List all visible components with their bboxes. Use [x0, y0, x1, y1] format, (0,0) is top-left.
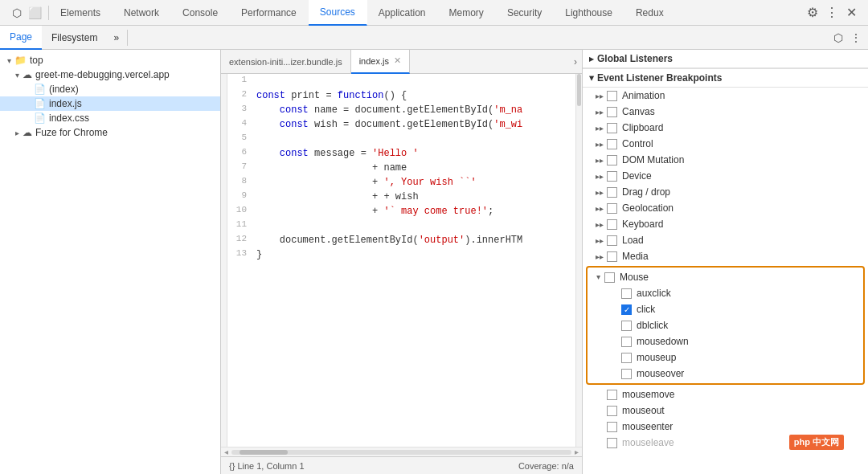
tree-label-top: top	[30, 55, 43, 66]
tab-elements[interactable]: Elements	[49, 0, 113, 26]
tree-item-top[interactable]: 📁 top	[0, 53, 220, 67]
tab-memory[interactable]: Memory	[438, 0, 496, 26]
cb-canvas[interactable]	[607, 107, 617, 117]
cb-device[interactable]	[607, 171, 617, 182]
subtab-filesystem[interactable]: Filesystem	[42, 26, 107, 50]
cb-mouseleave[interactable]	[607, 438, 617, 448]
cb-geo[interactable]	[607, 203, 617, 214]
cb-clipboard[interactable]	[607, 123, 617, 133]
inspect-icon[interactable]: ⬡	[10, 6, 24, 20]
close-icon[interactable]: ✕	[844, 6, 858, 20]
listener-drag[interactable]: ▸ Drag / drop	[583, 184, 868, 200]
scroll-left-arrow[interactable]: ◂	[224, 447, 228, 456]
tab-performance[interactable]: Performance	[230, 0, 309, 26]
listener-load[interactable]: ▸ Load	[583, 232, 868, 248]
more-icon[interactable]: ⋮	[825, 6, 839, 20]
subtab-page[interactable]: Page	[0, 26, 42, 50]
cb-click[interactable]: ✓	[621, 304, 632, 315]
device-icon[interactable]: ⬜	[27, 6, 42, 20]
tree-item-domain[interactable]: ☁ greet-me-debugging.vercel.app	[0, 67, 220, 82]
tab-console[interactable]: Console	[171, 0, 230, 26]
listener-geo[interactable]: ▸ Geolocation	[583, 200, 868, 216]
listener-dblclick[interactable]: dblclick	[588, 317, 863, 333]
code-tab-bundle[interactable]: extension-initi...izer.bundle.js	[221, 50, 351, 74]
tree-item-index[interactable]: 📄 (index)	[0, 82, 220, 96]
label-device: Device	[622, 170, 652, 182]
listener-keyboard[interactable]: ▸ Keyboard	[583, 216, 868, 232]
cb-keyboard[interactable]	[607, 219, 617, 230]
tab-redux[interactable]: Redux	[624, 0, 676, 26]
global-listeners-label: Global Listeners	[597, 53, 673, 64]
listener-device[interactable]: ▸ Device	[583, 168, 868, 184]
cb-mouse[interactable]	[604, 272, 615, 283]
cb-load[interactable]	[607, 235, 617, 246]
cb-media[interactable]	[607, 251, 617, 262]
cb-mouseover[interactable]	[621, 369, 632, 379]
listener-click[interactable]: ✓ click	[588, 301, 863, 317]
main-tabs: Elements Network Console Performance Sou…	[49, 0, 799, 26]
cb-mouseup[interactable]	[621, 353, 632, 363]
tab-security[interactable]: Security	[496, 0, 554, 26]
listener-mouseover[interactable]: mouseover	[588, 366, 863, 382]
listener-mousedown[interactable]: mousedown	[588, 333, 863, 349]
line-num-9: 9	[227, 190, 253, 200]
subtab-more[interactable]: »	[107, 32, 125, 43]
cb-dom[interactable]	[607, 155, 617, 165]
tree-item-indexcss[interactable]: 📄 index.css	[0, 111, 220, 125]
sync-icon[interactable]: ⬡	[831, 31, 845, 45]
cb-control[interactable]	[607, 139, 617, 149]
tab-application[interactable]: Application	[367, 0, 438, 26]
tab-network[interactable]: Network	[113, 0, 171, 26]
tab-lighthouse[interactable]: Lighthouse	[554, 0, 624, 26]
tree-item-fuze[interactable]: ☁ Fuze for Chrome	[0, 125, 220, 140]
listener-media[interactable]: ▸ Media	[583, 248, 868, 264]
tree-item-indexjs[interactable]: 📄 index.js	[0, 96, 220, 111]
listener-mouse[interactable]: ▸ Mouse	[588, 269, 863, 285]
tab-sources[interactable]: Sources	[309, 0, 367, 26]
cb-mousedown[interactable]	[621, 337, 632, 347]
code-tabs-more[interactable]: ›	[569, 56, 582, 67]
label-mouseover: mouseover	[637, 368, 684, 379]
listener-mousemove[interactable]: ▸ mousemove	[583, 386, 868, 402]
listener-mouseup[interactable]: mouseup	[588, 349, 863, 366]
global-listeners-header[interactable]: ▸ Global Listeners	[583, 50, 868, 68]
label-mousedown: mousedown	[637, 336, 689, 347]
line-content-7: + name	[253, 161, 575, 175]
label-load: Load	[622, 235, 644, 246]
code-line-7: 7 + name	[227, 161, 575, 175]
code-tab-bundle-label: extension-initi...izer.bundle.js	[229, 57, 342, 67]
listener-mouseout[interactable]: ▸ mouseout	[583, 402, 868, 419]
cb-dblclick[interactable]	[621, 321, 632, 331]
code-area[interactable]: 1 2 const print = function() { 3 const n…	[227, 74, 575, 447]
listener-auxclick[interactable]: auxclick	[588, 285, 863, 301]
code-line-5: 5	[227, 132, 575, 146]
gutter-left	[221, 74, 227, 447]
code-tab-indexjs[interactable]: index.js ✕	[351, 50, 410, 74]
cb-auxclick[interactable]	[621, 288, 632, 299]
arrow-canvas: ▸	[596, 108, 604, 116]
arrow-animation: ▸	[596, 92, 604, 100]
listener-clipboard[interactable]: ▸ Clipboard	[583, 120, 868, 136]
scroll-right-arrow[interactable]: ▸	[575, 447, 579, 456]
line-num-10: 10	[227, 204, 253, 215]
cb-mouseout[interactable]	[607, 406, 617, 416]
code-footer: {} Line 1, Column 1 Coverage: n/a	[221, 456, 582, 474]
listener-canvas[interactable]: ▸ Canvas	[583, 104, 868, 120]
settings-icon[interactable]: ⚙	[805, 6, 820, 20]
scrollbar-right[interactable]	[575, 74, 582, 447]
line-num-8: 8	[227, 175, 253, 186]
cb-mousemove[interactable]	[607, 390, 617, 400]
cb-animation[interactable]	[607, 91, 617, 101]
listener-dom[interactable]: ▸ DOM Mutation	[583, 152, 868, 168]
cb-mouseenter[interactable]	[607, 422, 617, 432]
close-tab-btn[interactable]: ✕	[394, 55, 401, 66]
dots-icon[interactable]: ⋮	[849, 31, 863, 45]
listener-control[interactable]: ▸ Control	[583, 136, 868, 152]
event-breakpoints-header[interactable]: ▸ Event Listener Breakpoints	[583, 68, 868, 88]
listener-mouseenter[interactable]: ▸ mouseenter	[583, 419, 868, 435]
horizontal-scrollbar[interactable]: ◂ ▸	[221, 447, 582, 456]
label-dom: DOM Mutation	[622, 154, 684, 165]
listener-animation[interactable]: ▸ Animation	[583, 88, 868, 104]
line-num-5: 5	[227, 132, 253, 142]
cb-drag[interactable]	[607, 187, 617, 198]
